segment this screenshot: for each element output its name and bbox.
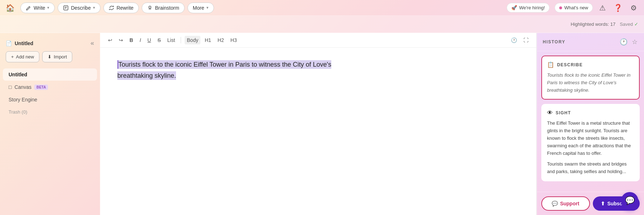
support-icon: 💬	[552, 201, 558, 206]
editor-toolbar: ↩ ↪ B I U S List Body H1 H2 H3 🕐 ⛶	[100, 33, 536, 48]
undo-button[interactable]: ↩	[106, 36, 114, 44]
editor-area: ↩ ↪ B I U S List Body H1 H2 H3 🕐 ⛶ Touri…	[100, 33, 537, 215]
write-button[interactable]: Write ▾	[20, 3, 55, 13]
settings-button[interactable]: ⚙	[629, 2, 638, 14]
panel-icons: 🕐 ☆	[619, 37, 638, 47]
describe-card-text: Tourists flock to the iconic Eiffel Towe…	[547, 72, 634, 94]
sight-card-label: SIGHT	[556, 110, 571, 115]
selected-text: Tourists flock to the iconic Eiffel Towe…	[117, 60, 331, 80]
panel-content: 📋 DESCRIBE Tourists flock to the iconic …	[537, 51, 644, 192]
rewrite-label: Rewrite	[117, 5, 133, 11]
bold-button[interactable]: B	[127, 36, 135, 44]
svg-rect-0	[64, 6, 68, 10]
chat-icon: 💬	[625, 196, 635, 205]
svg-point-1	[149, 6, 151, 8]
describe-card-header: 📋 DESCRIBE	[547, 61, 634, 68]
dot-icon	[559, 6, 562, 9]
sidebar-item-story-engine[interactable]: Story Engine	[3, 94, 97, 106]
editor-content[interactable]: Tourists flock to the iconic Eiffel Towe…	[100, 48, 536, 215]
body-style-button[interactable]: Body	[185, 36, 200, 44]
help-button[interactable]: ❓	[612, 2, 624, 14]
sight-card-text-2: Tourists swarm the streets and bridges a…	[547, 161, 634, 176]
editor-paragraph[interactable]: Tourists flock to the iconic Eiffel Towe…	[117, 59, 332, 81]
strikethrough-button[interactable]: S	[155, 36, 163, 44]
brainstorm-button[interactable]: Brainstorm	[142, 3, 185, 13]
sidebar-header: 📄 Untitled «	[0, 37, 100, 51]
check-icon: ✓	[634, 22, 638, 27]
right-panel: HISTORY 🕐 ☆ 📋 DESCRIBE Tourists flock to…	[537, 33, 644, 215]
describe-card-label: DESCRIBE	[557, 62, 583, 67]
saved-label: Saved	[620, 22, 633, 27]
whats-new-badge[interactable]: What's new	[555, 3, 593, 13]
history-button[interactable]: 🕐	[509, 36, 519, 44]
redo-button[interactable]: ↪	[117, 36, 125, 44]
sight-card-text: The Eiffel Tower is a metal structure th…	[547, 120, 634, 157]
sidebar-item-canvas-label: Canvas	[14, 84, 31, 90]
history-clock-button[interactable]: 🕐	[619, 37, 628, 47]
panel-title: HISTORY	[543, 39, 565, 44]
import-button[interactable]: ⬇ Import	[42, 51, 72, 62]
plus-icon: +	[11, 54, 14, 59]
saved-status: Saved ✓	[620, 22, 638, 27]
sidebar-item-story-engine-label: Story Engine	[9, 97, 37, 102]
support-label: Support	[560, 201, 579, 206]
toolbar-right: Highlighted words: 17 Saved ✓	[571, 22, 638, 27]
sight-card-header: 👁 SIGHT	[547, 110, 634, 116]
top-nav: 🏠 Write ▾ Describe ▾ Rewrite Brainstorm …	[0, 0, 644, 16]
whats-new-label: What's new	[564, 5, 588, 10]
editor-divider	[181, 37, 181, 43]
document-icon: 📄	[6, 40, 12, 46]
sidebar-title-text: Untitled	[15, 40, 33, 46]
sidebar-item-trash[interactable]: Trash (0)	[3, 106, 97, 118]
sidebar-item-canvas[interactable]: □ Canvas BETA	[3, 81, 97, 93]
sight-card-icon: 👁	[547, 110, 553, 116]
add-new-button[interactable]: + Add new	[6, 51, 39, 62]
hiring-badge[interactable]: 🚀 We're hiring!	[507, 3, 550, 13]
sidebar-title: 📄 Untitled	[6, 40, 33, 46]
brainstorm-label: Brainstorm	[155, 5, 179, 11]
describe-button[interactable]: Describe ▾	[58, 3, 100, 13]
write-label: Write	[34, 5, 45, 11]
alert-button[interactable]: ⚠	[598, 2, 607, 14]
sight-card[interactable]: 👁 SIGHT The Eiffel Tower is a metal stru…	[541, 104, 640, 181]
highlighted-words-label: Highlighted words: 17	[571, 22, 615, 27]
panel-header: HISTORY 🕐 ☆	[537, 33, 644, 51]
fullscreen-button[interactable]: ⛶	[521, 36, 531, 44]
sidebar-item-untitled-label: Untitled	[9, 72, 27, 77]
sidebar-item-untitled[interactable]: Untitled	[3, 68, 97, 81]
main-area: 📄 Untitled « + Add new ⬇ Import Untitled…	[0, 33, 644, 215]
more-button[interactable]: More ▾	[187, 3, 214, 13]
describe-card-icon: 📋	[547, 61, 554, 68]
home-icon[interactable]: 🏠	[6, 4, 15, 12]
second-toolbar: Highlighted words: 17 Saved ✓	[0, 16, 644, 33]
rewrite-button[interactable]: Rewrite	[103, 3, 139, 13]
support-button[interactable]: 💬 Support	[541, 196, 590, 211]
star-button[interactable]: ☆	[631, 37, 638, 47]
sidebar-item-trash-label: Trash (0)	[9, 109, 27, 115]
h2-button[interactable]: H2	[215, 36, 226, 44]
gear-icon: ⚙	[630, 4, 637, 12]
help-icon: ❓	[614, 4, 623, 12]
list-button[interactable]: List	[165, 36, 177, 44]
more-label: More	[193, 5, 204, 11]
sidebar: 📄 Untitled « + Add new ⬇ Import Untitled…	[0, 33, 100, 215]
nav-right: 🚀 We're hiring! What's new ⚠ ❓ ⚙	[507, 2, 638, 14]
sidebar-actions: + Add new ⬇ Import	[0, 51, 100, 67]
sidebar-collapse-button[interactable]: «	[91, 39, 94, 47]
import-label: Import	[54, 54, 67, 59]
subscribe-icon: ⬆	[601, 201, 605, 206]
beta-badge: BETA	[34, 85, 48, 90]
italic-button[interactable]: I	[137, 36, 143, 44]
hiring-label: We're hiring!	[519, 5, 545, 10]
h3-button[interactable]: H3	[228, 36, 239, 44]
sidebar-nav: Untitled □ Canvas BETA Story Engine Tras…	[0, 67, 100, 211]
underline-button[interactable]: U	[145, 36, 153, 44]
describe-label: Describe	[71, 5, 91, 11]
chat-bubble-button[interactable]: 💬	[621, 192, 638, 209]
canvas-icon: □	[9, 84, 11, 90]
describe-chevron: ▾	[93, 5, 95, 10]
alert-icon: ⚠	[599, 4, 606, 12]
describe-card[interactable]: 📋 DESCRIBE Tourists flock to the iconic …	[541, 56, 640, 100]
download-icon: ⬇	[48, 54, 52, 59]
h1-button[interactable]: H1	[203, 36, 213, 44]
